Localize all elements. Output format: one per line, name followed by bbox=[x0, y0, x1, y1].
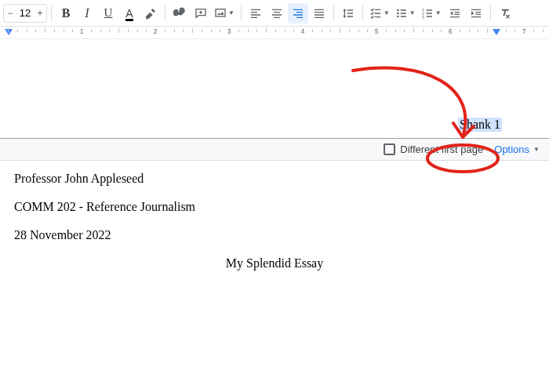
separator bbox=[51, 5, 52, 21]
document-page: Shank 1 Different first page Options ▼ P… bbox=[0, 39, 549, 390]
numbered-list-icon: 123 bbox=[421, 7, 434, 20]
insert-image-button[interactable]: ▼ bbox=[212, 3, 237, 24]
ruler-label: 1 bbox=[79, 27, 83, 35]
horizontal-ruler[interactable]: 1234567 bbox=[0, 27, 549, 39]
highlight-button[interactable] bbox=[140, 3, 161, 24]
running-head-text[interactable]: Shank 1 bbox=[458, 118, 502, 132]
font-size-input[interactable] bbox=[16, 6, 34, 20]
align-justify-icon bbox=[313, 7, 325, 20]
text-color-button[interactable]: A bbox=[119, 3, 140, 24]
separator bbox=[241, 5, 242, 21]
line-spacing-button[interactable] bbox=[338, 3, 358, 24]
svg-point-1 bbox=[397, 9, 399, 11]
right-indent-marker[interactable] bbox=[493, 29, 500, 35]
checkbox-icon bbox=[384, 143, 395, 155]
bullet-list-icon bbox=[395, 7, 408, 20]
ruler-label: 4 bbox=[300, 27, 304, 35]
indent-decrease-icon bbox=[449, 7, 461, 20]
header-options-menu[interactable]: Options ▼ bbox=[494, 143, 540, 155]
underline-button[interactable]: U bbox=[98, 3, 118, 24]
italic-glyph: I bbox=[85, 6, 89, 20]
separator bbox=[490, 5, 491, 21]
highlighter-icon bbox=[144, 7, 157, 20]
essay-title[interactable]: My Splendid Essay bbox=[14, 256, 535, 270]
svg-text:3: 3 bbox=[422, 15, 424, 19]
chevron-down-icon: ▼ bbox=[435, 9, 442, 16]
bold-glyph: B bbox=[62, 6, 71, 20]
different-first-page-toggle[interactable]: Different first page bbox=[384, 143, 483, 155]
link-icon bbox=[173, 7, 186, 20]
line-spacing-icon bbox=[342, 7, 354, 20]
numbered-list-button[interactable]: 123 ▼ bbox=[419, 3, 444, 24]
svg-point-2 bbox=[397, 12, 399, 14]
underline-glyph: U bbox=[104, 6, 113, 20]
options-label: Options bbox=[494, 143, 529, 155]
header-options-bar: Different first page Options ▼ bbox=[0, 138, 549, 161]
italic-button[interactable]: I bbox=[77, 3, 97, 24]
chevron-down-icon: ▼ bbox=[384, 9, 390, 16]
bold-button[interactable]: B bbox=[56, 3, 76, 24]
separator bbox=[165, 5, 165, 21]
heading-line-date[interactable]: 28 November 2022 bbox=[14, 228, 535, 242]
svg-rect-0 bbox=[216, 9, 225, 16]
comment-icon bbox=[195, 7, 207, 20]
different-first-page-label: Different first page bbox=[400, 143, 483, 155]
checklist-button[interactable]: ▼ bbox=[367, 3, 392, 24]
font-size-increase[interactable]: + bbox=[34, 8, 46, 19]
heading-line-professor[interactable]: Professor John Appleseed bbox=[14, 172, 535, 186]
align-center-icon bbox=[271, 7, 283, 20]
font-size-group: − + bbox=[3, 4, 47, 23]
align-left-icon bbox=[249, 7, 262, 20]
insert-link-button[interactable] bbox=[169, 3, 190, 24]
separator bbox=[362, 5, 363, 21]
checklist-icon bbox=[369, 7, 382, 20]
formatting-toolbar: − + B I U A ▼ bbox=[0, 0, 549, 27]
align-center-button[interactable] bbox=[267, 3, 287, 24]
text-color-glyph: A bbox=[125, 7, 133, 20]
indent-increase-icon bbox=[470, 7, 482, 20]
ruler-label: 2 bbox=[153, 27, 157, 35]
clear-formatting-button[interactable] bbox=[495, 3, 515, 24]
align-right-button[interactable] bbox=[288, 3, 308, 24]
clear-format-icon bbox=[499, 7, 511, 20]
ruler-label: 3 bbox=[227, 27, 231, 35]
increase-indent-button[interactable] bbox=[466, 3, 486, 24]
svg-point-3 bbox=[397, 15, 399, 17]
chevron-down-icon: ▼ bbox=[533, 146, 540, 153]
align-right-icon bbox=[292, 7, 304, 20]
ruler-label: 7 bbox=[522, 27, 525, 35]
ruler-label: 6 bbox=[448, 27, 452, 35]
bulleted-list-button[interactable]: ▼ bbox=[393, 3, 418, 24]
heading-line-course[interactable]: COMM 202 - Reference Journalism bbox=[14, 200, 535, 214]
ruler-label: 5 bbox=[374, 27, 378, 35]
align-justify-button[interactable] bbox=[309, 3, 329, 24]
separator bbox=[333, 5, 334, 21]
insert-comment-button[interactable] bbox=[191, 3, 211, 24]
decrease-indent-button[interactable] bbox=[445, 3, 465, 24]
align-left-button[interactable] bbox=[245, 3, 266, 24]
page-header-area[interactable]: Shank 1 bbox=[0, 39, 549, 138]
chevron-down-icon: ▼ bbox=[228, 9, 235, 16]
font-size-decrease[interactable]: − bbox=[4, 8, 16, 19]
document-body[interactable]: Professor John Appleseed COMM 202 - Refe… bbox=[0, 161, 549, 296]
chevron-down-icon: ▼ bbox=[409, 9, 416, 16]
image-icon bbox=[214, 7, 227, 20]
font-size-stepper[interactable]: − + bbox=[3, 4, 47, 23]
